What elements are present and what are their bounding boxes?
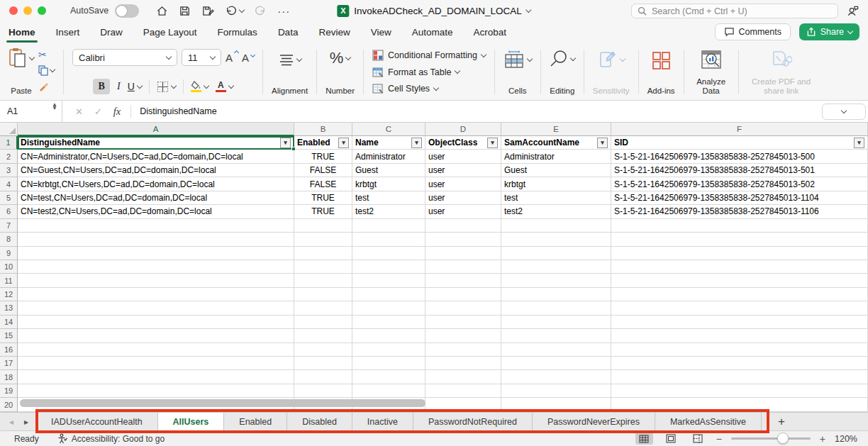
cell-B16[interactable] [294,343,352,357]
cell-F12[interactable] [611,288,868,301]
row-header-2[interactable]: 2 [0,150,18,163]
search-input[interactable]: Search (Cmd + Ctrl + U) [631,4,838,18]
cell-A1[interactable]: DistinguishedName▾ [18,136,294,150]
cell-E14[interactable] [501,316,611,329]
row-header-8[interactable]: 8 [0,233,18,246]
column-header-A[interactable]: A [18,123,294,136]
cells-group[interactable]: Cells [497,46,538,98]
cell-F8[interactable] [611,233,868,246]
cell-E1[interactable]: SamAccountName▾ [501,136,611,150]
cell-A6[interactable]: CN=test2,CN=Users,DC=ad,DC=domain,DC=loc… [18,205,294,218]
cell-A19[interactable] [18,384,294,398]
cell-D13[interactable] [425,301,501,315]
zoom-slider-knob[interactable] [777,433,789,444]
cell-C13[interactable] [352,301,425,315]
zoom-in-button[interactable]: + [820,433,825,445]
cell-B7[interactable] [294,219,352,233]
cell-F3[interactable]: S-1-5-21-1642506979-1358385838-252784501… [611,164,868,177]
share-people-icon[interactable] [847,4,859,17]
row-header-19[interactable]: 19 [0,384,18,398]
cell-D3[interactable]: user [425,164,501,177]
cell-A4[interactable]: CN=krbtgt,CN=Users,DC=ad,DC=domain,DC=lo… [18,177,294,191]
ribbon-tab-formulas[interactable]: Formulas [218,21,257,43]
save-icon[interactable] [179,5,191,17]
cell-D5[interactable]: user [425,191,501,205]
fill-handle[interactable] [291,147,296,151]
font-color-button[interactable]: A [216,81,233,92]
cell-E17[interactable] [501,357,611,370]
cell-F17[interactable] [611,357,868,370]
name-box[interactable]: A1 ▲▼ [0,101,62,122]
cell-B4[interactable]: FALSE [294,177,352,191]
row-header-12[interactable]: 12 [0,288,18,301]
ribbon-tab-data[interactable]: Data [278,21,299,43]
cell-B11[interactable] [294,274,352,287]
bold-button[interactable]: B [93,79,110,94]
cell-E18[interactable] [501,370,611,384]
cell-C14[interactable] [352,316,425,329]
accessibility-status[interactable]: Accessibility: Good to go [57,433,165,444]
cell-B18[interactable] [294,370,352,384]
cell-C5[interactable]: test [352,191,425,205]
cell-C4[interactable]: krbtgt [352,177,425,191]
ribbon-tab-draw[interactable]: Draw [100,21,123,43]
cell-B9[interactable] [294,247,352,260]
sensitivity-group[interactable]: Sensitivity [586,46,636,98]
normal-view-button[interactable] [635,433,653,445]
column-header-F[interactable]: F [611,123,868,136]
decrease-font-size-button[interactable]: A [242,52,254,64]
row-header-15[interactable]: 15 [0,329,18,342]
sheet-tab-disabled[interactable]: Disabled [287,413,352,430]
row-header-7[interactable]: 7 [0,219,18,233]
cell-A10[interactable] [18,260,294,274]
cell-F13[interactable] [611,301,868,315]
cell-B3[interactable]: FALSE [294,164,352,177]
redo-icon[interactable] [255,5,267,17]
cell-B5[interactable]: TRUE [294,191,352,205]
formula-bar-content[interactable]: DistinguishedName [140,106,216,116]
cell-C18[interactable] [352,370,425,384]
row-header-20[interactable]: 20 [0,398,18,411]
ribbon-tab-view[interactable]: View [371,21,391,43]
cell-C16[interactable] [352,343,425,357]
cell-B17[interactable] [294,357,352,370]
minimize-window-button[interactable] [23,6,32,15]
borders-button[interactable] [157,81,176,93]
home-icon[interactable] [156,5,168,17]
copy-button[interactable] [38,65,55,76]
cell-styles-button[interactable]: Cell Styles [372,82,438,96]
sheet-tab-allusers[interactable]: AllUsers [158,413,225,430]
cell-A17[interactable] [18,357,294,370]
cell-C3[interactable]: Guest [352,164,425,177]
cell-D16[interactable] [425,343,501,357]
cell-B15[interactable] [294,329,352,342]
alignment-group[interactable]: Alignment [265,46,314,98]
cell-F19[interactable] [611,384,868,398]
cell-A8[interactable] [18,233,294,246]
sheet-tab-enabled[interactable]: Enabled [224,413,287,430]
cell-E19[interactable] [501,384,611,398]
cell-E12[interactable] [501,288,611,301]
cell-E9[interactable] [501,247,611,260]
zoom-window-button[interactable] [38,6,46,15]
sheet-tab-inactive[interactable]: Inactive [352,413,413,430]
select-all-corner[interactable] [0,123,18,136]
cell-F16[interactable] [611,343,868,357]
ribbon-tab-acrobat[interactable]: Acrobat [474,21,507,43]
ribbon-tab-home[interactable]: Home [9,21,35,43]
create-pdf-group[interactable]: Create PDF and share link [741,46,822,98]
number-group[interactable]: % Number [319,46,361,98]
cell-C1[interactable]: Name▾ [352,136,425,150]
cell-A13[interactable] [18,301,294,315]
cell-F18[interactable] [611,370,868,384]
cell-E11[interactable] [501,274,611,287]
page-layout-view-button[interactable] [662,433,680,445]
cell-D2[interactable]: user [425,150,501,163]
next-sheet-icon[interactable]: ▸ [24,417,28,427]
filter-button-E[interactable]: ▾ [597,138,608,148]
row-header-18[interactable]: 18 [0,370,18,384]
cell-C9[interactable] [352,247,425,260]
cell-E16[interactable] [501,343,611,357]
cell-B13[interactable] [294,301,352,315]
cell-C10[interactable] [352,260,425,274]
